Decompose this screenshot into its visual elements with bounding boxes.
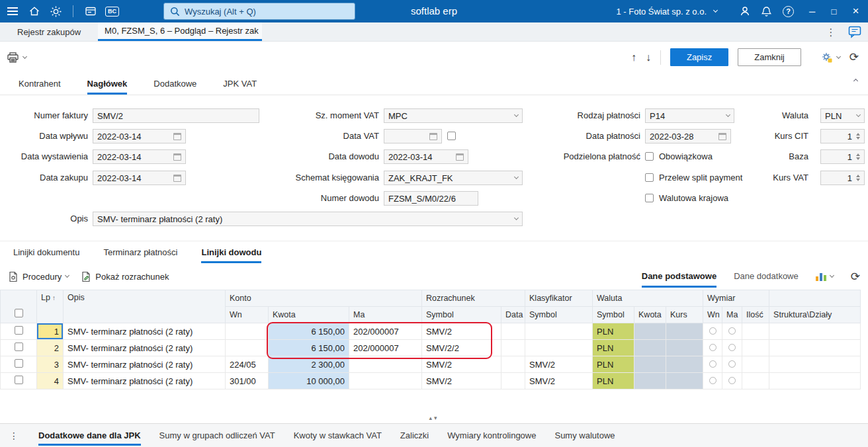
tab-dodatkowe[interactable]: Dodatkowe [153,73,196,95]
wymiar-wn-radio[interactable] [709,344,716,351]
cell-ma[interactable] [349,356,422,373]
cell-klasyfikator-symbol[interactable]: SMV/2 [525,356,593,373]
wymiar-ma-radio[interactable] [728,377,736,384]
tab-sumy-walutowe[interactable]: Sumy walutowe [554,424,615,447]
cell-ilosc[interactable] [742,373,769,389]
col-header-lp[interactable]: Lp↑ [37,290,64,323]
tab-dane-podstawowe[interactable]: Dane podstawowe [642,263,716,290]
spinner-arrows-icon[interactable] [856,175,860,181]
cell-waluta-kwota[interactable] [634,323,666,340]
tab-rejestr-zakupow[interactable]: Rejestr zakupów [0,22,98,41]
tab-jpk-vat[interactable]: JPK VAT [223,73,257,95]
cell-rozrachunek-symbol[interactable]: SMV/2/2 [422,340,501,356]
select-all-header[interactable] [1,290,37,323]
cell-lp[interactable]: 3 [37,356,64,373]
close-document-button[interactable]: Zamknij [738,48,801,66]
select-all-checkbox[interactable] [15,309,23,317]
maximize-button[interactable]: □ [823,0,845,22]
cards-button[interactable] [79,0,101,22]
colgroup-rozrachunek[interactable]: Rozrachunek [422,290,525,307]
cell-lp[interactable]: 1 [37,323,64,340]
cell-waluta-symbol[interactable]: PLN [593,373,634,389]
numer-dowodu-input[interactable] [384,191,478,206]
print-button[interactable] [7,52,26,63]
cell-kwota[interactable]: 6 150,00 [269,323,349,340]
quick-settings-button[interactable] [45,0,67,22]
col-header-struktura[interactable]: Struktura\Działy [769,307,861,323]
panel-splitter[interactable]: ▴▾ [0,413,868,423]
cell-struktura[interactable] [769,373,861,389]
tab-kontrahent[interactable]: Kontrahent [19,73,61,95]
cell-klasyfikator-symbol[interactable] [525,340,593,356]
data-vat-input[interactable] [384,129,442,143]
cell-struktura[interactable] [769,340,861,356]
waluta-select[interactable]: PLN [820,108,865,123]
cell-waluta-symbol[interactable]: PLN [593,323,634,340]
col-header-wymiar-ma[interactable]: Ma [722,307,742,323]
col-header-opis[interactable]: Opis [64,290,226,323]
cell-waluta-kwota[interactable] [634,356,666,373]
cell-data[interactable] [501,356,525,373]
cell-kwota[interactable]: 2 300,00 [269,356,349,373]
navigate-down-button[interactable]: ↓ [646,52,651,63]
col-header-kwota[interactable]: Kwota [269,307,349,323]
numer-faktury-value[interactable] [97,111,255,121]
col-header-kurs[interactable]: Kurs [666,307,703,323]
cell-kurs[interactable] [666,356,703,373]
feedback-button[interactable] [847,24,863,40]
cell-rozrachunek-symbol[interactable]: SMV/2 [422,356,501,373]
cell-data[interactable] [501,373,525,389]
rodzaj-platnosci-select[interactable]: P14 [645,108,734,123]
cell-wn[interactable]: 224/05 [226,356,269,373]
colgroup-klasyfikator[interactable]: Klasyfikator [525,290,593,307]
cell-rozrachunek-symbol[interactable]: SMV/2 [422,373,501,389]
tab-sumy-w-grupach[interactable]: Sumy w grupach odliczeń VAT [159,424,275,447]
tab-zaliczki[interactable]: Zaliczki [400,424,429,447]
tab-terminarz-platnosci[interactable]: Terminarz płatności [103,241,177,263]
col-header-data[interactable]: Data [501,307,525,323]
hamburger-menu-button[interactable] [1,0,23,22]
cell-waluta-symbol[interactable]: PLN [593,340,634,356]
data-wplywu-input[interactable]: 2022-03-14 [93,129,186,143]
tab-linijki-dokumentu[interactable]: Linijki dokumentu [13,241,79,263]
cell-opis[interactable]: SMV- terminarz płatności (2 raty) [64,356,226,373]
numer-dowodu-value[interactable] [388,194,474,204]
wymiar-ma-radio[interactable] [728,344,736,351]
company-selector[interactable]: 1 - Foto Świat sp. z o.o. [616,0,717,22]
col-header-wn[interactable]: Wn [226,307,269,323]
user-button[interactable] [734,0,756,22]
chart-view-button[interactable] [816,272,834,281]
cell-ma[interactable]: 202/000007 [349,323,422,340]
cell-lp[interactable]: 4 [37,373,64,389]
cell-opis[interactable]: SMV- terminarz płatności (2 raty) [64,340,226,356]
cell-ma[interactable] [349,373,422,389]
cell-ilosc[interactable] [742,323,769,340]
col-header-ma[interactable]: Ma [349,307,422,323]
kurs-cit-stepper[interactable]: 1 [820,129,865,143]
row-checkbox[interactable] [15,376,23,384]
wymiar-wn-radio[interactable] [709,327,716,335]
data-zakupu-input[interactable]: 2022-03-14 [93,171,186,185]
wymiar-ma-radio[interactable] [728,360,736,368]
col-header-klasyfikator-symbol[interactable]: Symbol [525,307,593,323]
cell-opis[interactable]: SMV- terminarz płatności (2 raty) [64,323,226,340]
data-platnosci-input[interactable]: 2022-03-28 [645,129,731,143]
sz-moment-vat-select[interactable]: MPC [384,108,523,123]
row-checkbox[interactable] [15,326,23,335]
cell-klasyfikator-symbol[interactable]: SMV/2 [525,373,593,389]
col-header-waluta-symbol[interactable]: Symbol [593,307,634,323]
tab-linijki-dowodu[interactable]: Linijki dowodu [201,241,261,263]
cell-wn[interactable] [226,323,269,340]
cell-struktura[interactable] [769,356,861,373]
cell-lp[interactable]: 2 [37,340,64,356]
spinner-arrows-icon[interactable] [856,133,860,140]
global-search[interactable] [163,3,355,20]
cell-waluta-kwota[interactable] [634,373,666,389]
bottom-overflow-button[interactable]: ⋮ [8,424,20,447]
col-header-rozrachunek-symbol[interactable]: Symbol [422,307,501,323]
data-vat-checkbox[interactable] [447,132,456,140]
close-button[interactable]: × [845,0,867,22]
colgroup-wymiar[interactable]: Wymiar [703,290,769,307]
tab-dodatkowe-dane-jpk[interactable]: Dodatkowe dane dla JPK [38,424,141,447]
tab-kwoty-w-stawkach[interactable]: Kwoty w stawkach VAT [294,424,382,447]
